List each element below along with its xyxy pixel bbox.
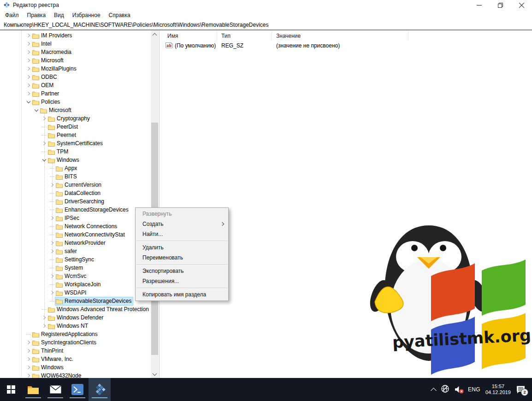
tree-item-partner[interactable]: Partner [0, 89, 152, 98]
tree-item-tpm[interactable]: TPM [0, 147, 152, 156]
tree-item-content[interactable]: WSDAPI [55, 289, 88, 297]
chevron-collapsed-icon[interactable] [49, 289, 55, 296]
column-header-name[interactable]: Имя [160, 31, 217, 41]
tree-item-wcmsvc[interactable]: WcmSvc [0, 272, 152, 280]
tree-item-content[interactable]: BITS [55, 173, 78, 181]
tree-item-bits[interactable]: BITS [0, 172, 152, 181]
minimize-button[interactable] [468, 0, 490, 10]
tree-item-content[interactable]: safer [55, 248, 78, 255]
chevron-collapsed-icon[interactable] [25, 339, 32, 346]
chevron-collapsed-icon[interactable] [41, 140, 47, 147]
start-button[interactable] [0, 378, 22, 401]
context-menu-разрешения[interactable]: Разрешения... [136, 276, 228, 286]
chevron-collapsed-icon[interactable] [49, 248, 55, 254]
tree-item-content[interactable]: WorkplaceJoin [55, 281, 102, 289]
chevron-collapsed-icon[interactable] [25, 364, 32, 371]
tree-item-content[interactable]: EnhancedStorageDevices [55, 206, 130, 214]
chevron-collapsed-icon[interactable] [25, 41, 32, 47]
chevron-expanded-icon[interactable] [25, 99, 32, 105]
tree-item-content[interactable]: Peernet [47, 131, 77, 139]
tree-item-im-providers[interactable]: IM Providers [0, 31, 152, 40]
tree-item-networkprovider[interactable]: NetworkProvider [0, 239, 152, 247]
tree-item-content[interactable]: Partner [32, 90, 60, 98]
tree-item-content[interactable]: WOW6432Node [32, 372, 83, 378]
tree-item-safer[interactable]: safer [0, 247, 152, 255]
tree-item-policies[interactable]: Policies [0, 98, 152, 106]
tree-item-content[interactable]: Macromedia [32, 48, 73, 56]
tree-item-content[interactable]: Appx [55, 165, 78, 172]
tree-item-content[interactable]: SettingSync [55, 256, 95, 264]
tree-item-registeredapplications[interactable]: RegisteredApplications [0, 330, 152, 338]
address-bar[interactable]: Компьютер\HKEY_LOCAL_MACHINE\SOFTWARE\Po… [0, 20, 532, 30]
tree-item-content[interactable]: Network Connections [55, 223, 118, 230]
tree-item-workplacejoin[interactable]: WorkplaceJoin [0, 280, 152, 289]
menu-справка[interactable]: Справка [105, 11, 135, 19]
tree-scrollbar[interactable] [151, 30, 159, 378]
tree-item-odbc[interactable]: ODBC [0, 73, 152, 81]
tree-item-content[interactable]: NetworkConnectivityStat [55, 231, 126, 239]
chevron-collapsed-icon[interactable] [41, 314, 47, 321]
context-menu-переименовать[interactable]: Переименовать [136, 253, 228, 263]
tree-item-windows-advanced-threat-protection[interactable]: Windows Advanced Threat Protection [0, 305, 152, 313]
column-header-type[interactable]: Тип [217, 31, 272, 41]
tree-item-system[interactable]: System [0, 264, 152, 272]
tree-item-content[interactable]: Windows NT [47, 322, 89, 330]
tree-item-systemcertificates[interactable]: SystemCertificates [0, 139, 152, 147]
context-menu-создать[interactable]: Создать [136, 219, 228, 229]
tree-item-content[interactable]: Microsoft [32, 57, 65, 65]
tree-item-mozillaplugins[interactable]: MozillaPlugins [0, 65, 152, 73]
action-center-button[interactable]: 2 [516, 385, 526, 394]
chevron-collapsed-icon[interactable] [25, 372, 32, 378]
tree-item-content[interactable]: Intel [32, 40, 53, 48]
tree-item-content[interactable]: VMware, Inc. [32, 355, 75, 363]
tree-item-currentversion[interactable]: CurrentVersion [0, 181, 152, 189]
tree-item-content[interactable]: System [55, 264, 84, 272]
context-menu-копировать-имя-раздела[interactable]: Копировать имя раздела [136, 289, 228, 300]
tree-item-content[interactable]: Windows [32, 364, 65, 372]
tree-item-macromedia[interactable]: Macromedia [0, 48, 152, 56]
tree-item-content[interactable]: NetworkProvider [55, 239, 107, 247]
chevron-collapsed-icon[interactable] [25, 32, 32, 39]
tree-item-microsoft[interactable]: Microsoft [0, 106, 152, 114]
chevron-expanded-icon[interactable] [33, 107, 40, 113]
chevron-collapsed-icon[interactable] [49, 240, 55, 246]
tree-item-content[interactable]: Policies [32, 98, 61, 106]
chevron-collapsed-icon[interactable] [49, 182, 55, 188]
tree-item-oem[interactable]: OEM [0, 81, 152, 89]
scroll-down-icon[interactable] [151, 370, 159, 378]
tree-item-microsoft[interactable]: Microsoft [0, 56, 152, 65]
tree-item-content[interactable]: SystemCertificates [47, 140, 104, 147]
chevron-collapsed-icon[interactable] [25, 74, 32, 80]
chevron-collapsed-icon[interactable] [25, 57, 32, 64]
tree-item-removablestoragedevices[interactable]: RemovableStorageDevices [0, 297, 152, 305]
tree-item-content[interactable]: PeerDist [47, 123, 79, 131]
tree-item-content[interactable]: Windows Advanced Threat Protection [47, 306, 150, 313]
tree-item-settingsync[interactable]: SettingSync [0, 255, 152, 264]
chevron-collapsed-icon[interactable] [25, 65, 32, 72]
chevron-collapsed-icon[interactable] [25, 356, 32, 362]
tree-item-syncintegrationclients[interactable]: SyncIntegrationClients [0, 338, 152, 347]
tree-item-driversearching[interactable]: DriverSearching [0, 197, 152, 206]
tree-item-content[interactable]: ThinPrint [32, 347, 65, 355]
menu-файл[interactable]: Файл [1, 11, 23, 19]
taskbar-powershell[interactable] [66, 378, 89, 401]
tree-item-datacollection[interactable]: DataCollection [0, 189, 152, 197]
tree-item-content[interactable]: ODBC [32, 73, 59, 81]
tree-item-cryptography[interactable]: Cryptography [0, 114, 152, 123]
tree-item-content[interactable]: Windows Defender [47, 314, 105, 322]
tree-item-wow6432node[interactable]: WOW6432Node [0, 372, 152, 378]
taskbar-file-explorer[interactable] [22, 378, 44, 401]
tree-item-content[interactable]: WcmSvc [55, 272, 88, 280]
network-globe-icon[interactable] [441, 384, 449, 395]
tree-item-content[interactable]: Cryptography [47, 115, 91, 123]
chevron-collapsed-icon[interactable] [49, 215, 55, 221]
column-header-value[interactable]: Значение [272, 31, 408, 41]
tree-item-ipsec[interactable]: IPSec [0, 214, 152, 222]
tree-item-peerdist[interactable]: PeerDist [0, 123, 152, 131]
taskbar-mail[interactable] [44, 378, 66, 401]
tree-item-content[interactable]: OEM [32, 82, 55, 89]
tree-item-content[interactable]: RegisteredApplications [32, 330, 99, 338]
tree-item-windows-nt[interactable]: Windows NT [0, 322, 152, 330]
tree-item-intel[interactable]: Intel [0, 40, 152, 48]
close-button[interactable] [511, 0, 532, 10]
